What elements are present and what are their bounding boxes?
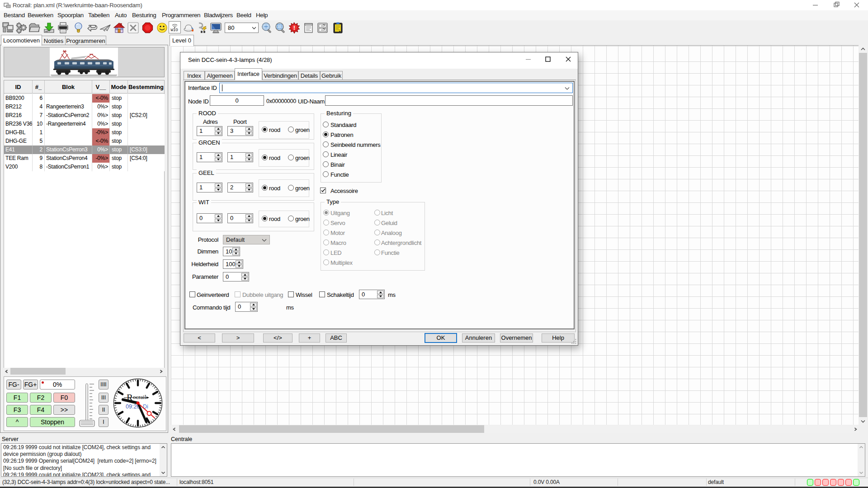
svg-text:Di: Di <box>143 404 148 410</box>
svg-text:WIO: WIO <box>171 28 178 33</box>
svg-text:ocrail: ocrail <box>133 394 146 400</box>
svg-text:!: ! <box>293 24 295 31</box>
